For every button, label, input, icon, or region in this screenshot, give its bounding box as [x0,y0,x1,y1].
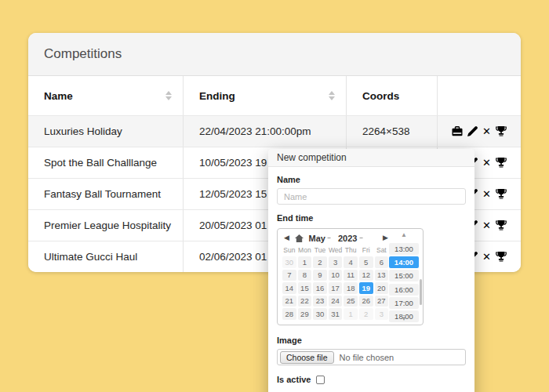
modal-body: Name End time ◀ May [268,175,474,392]
new-competition-modal: New competition Name End time ◀ [268,149,474,392]
table-row: Luxuries Holiday 22/04/2023 21:00:00pm 2… [28,115,521,147]
day-cell[interactable]: 1 [298,256,312,268]
day-cell[interactable]: 17 [329,282,343,294]
sort-icon[interactable] [329,91,335,100]
day-cell[interactable]: 26 [359,296,373,307]
day-cell[interactable]: 27 [375,296,389,307]
day-cell[interactable]: 7 [282,270,296,281]
weekday-row: SunMonTueWedThuFriSat [282,246,390,256]
day-cell[interactable]: 15 [298,282,312,294]
time-scroll-down-icon[interactable]: ▼ [389,316,419,322]
sort-icon[interactable] [165,91,172,100]
time-item[interactable]: 16:00 [389,284,419,296]
weekday-label: Sun [282,246,297,256]
name-input[interactable] [277,188,466,205]
day-grid: 3012345678910111213141516171819202122232… [282,256,390,321]
delete-icon[interactable]: ✕ [482,126,491,136]
weekday-label: Mon [297,246,313,256]
column-header-ending[interactable]: Ending [184,76,347,115]
day-cell[interactable]: 14 [282,282,296,294]
cell-name: Ultimate Gucci Haul [28,241,184,272]
day-cell[interactable]: 10 [329,270,343,281]
trophy-icon[interactable] [496,158,507,168]
cell-name: Fantasy Ball Tournament [28,179,184,209]
day-cell[interactable]: 3 [329,256,343,268]
weekday-label: Thu [343,246,358,256]
time-item[interactable]: 13:00 [389,243,419,255]
time-list: 13:0014:0015:0016:0017:0018:00 [389,243,419,324]
day-cell[interactable]: 9 [313,270,327,281]
day-cell[interactable]: 8 [298,270,312,281]
caret-icon [359,238,362,239]
is-active-checkbox[interactable] [316,376,325,384]
delete-icon[interactable]: ✕ [482,220,491,230]
calendar: ◀ May 2023 [282,232,390,321]
column-header-name[interactable]: Name [28,76,184,115]
day-cell[interactable]: 13 [375,270,389,281]
day-cell[interactable]: 25 [344,296,358,307]
day-cell[interactable]: 2 [359,308,373,320]
day-cell[interactable]: 2 [313,256,327,268]
day-cell[interactable]: 3 [375,308,389,320]
weekday-label: Tue [312,246,328,256]
delete-icon[interactable]: ✕ [482,189,491,199]
time-scroll-up-icon[interactable]: ▲ [389,232,419,238]
trophy-icon[interactable] [496,252,507,262]
day-cell[interactable]: 23 [313,296,327,307]
cell-name: Premier League Hospitality [28,210,184,241]
time-item[interactable]: 15:00 [389,270,419,281]
weekday-label: Sat [374,246,390,256]
delete-icon[interactable]: ✕ [482,252,491,262]
name-label: Name [277,175,466,184]
time-item-selected[interactable]: 14:00 [389,256,419,268]
pencil-icon[interactable] [467,126,478,136]
day-cell[interactable]: 18 [344,282,358,294]
file-input[interactable]: Choose file No file chosen [277,349,466,365]
month-year: May 2023 [309,234,363,243]
home-icon[interactable] [295,234,304,242]
trophy-icon[interactable] [496,189,507,199]
weekday-label: Fri [358,246,374,256]
month-select[interactable]: May [309,234,331,243]
day-cell[interactable]: 1 [344,308,358,320]
day-cell[interactable]: 24 [329,296,343,307]
next-month-icon[interactable]: ▶ [383,234,388,241]
day-cell[interactable]: 31 [329,308,343,320]
day-cell[interactable]: 12 [359,270,373,281]
delete-icon[interactable]: ✕ [482,158,491,168]
modal-title: New competition [277,152,347,163]
briefcase-icon[interactable] [452,126,463,136]
cell-coords: 2264×538 [347,116,438,147]
day-cell[interactable]: 22 [298,296,312,307]
trophy-icon[interactable] [496,126,507,136]
page-title: Competitions [44,46,122,62]
day-cell[interactable]: 5 [359,256,373,268]
year-select[interactable]: 2023 [338,234,362,243]
trophy-icon[interactable] [496,220,507,230]
prev-month-icon[interactable]: ◀ [284,234,289,241]
day-cell[interactable]: 21 [282,296,296,307]
time-scrollbar-thumb[interactable] [420,279,422,305]
card-header: Competitions [28,33,521,76]
day-cell[interactable]: 20 [375,282,389,294]
caret-icon [328,238,331,239]
day-cell-selected[interactable]: 19 [359,282,373,294]
day-cell[interactable]: 30 [313,308,327,320]
modal-header[interactable]: New competition [268,149,474,167]
day-cell[interactable]: 16 [313,282,327,294]
day-cell[interactable]: 29 [298,308,312,320]
calendar-header: ◀ May 2023 [282,232,390,244]
choose-file-button[interactable]: Choose file [280,351,334,364]
column-header-coords: Coords [347,76,438,115]
day-cell[interactable]: 4 [344,256,358,268]
day-cell[interactable]: 28 [282,308,296,320]
cell-actions: ✕ [438,116,521,147]
day-cell[interactable]: 11 [344,270,358,281]
datetime-picker: ◀ May 2023 [277,228,424,325]
image-label: Image [277,336,466,345]
is-active-label: Is active [277,375,311,384]
cell-ending: 22/04/2023 21:00:00pm [184,116,347,147]
time-item[interactable]: 17:00 [389,297,419,309]
day-cell[interactable]: 30 [282,256,296,268]
day-cell[interactable]: 6 [375,256,389,268]
